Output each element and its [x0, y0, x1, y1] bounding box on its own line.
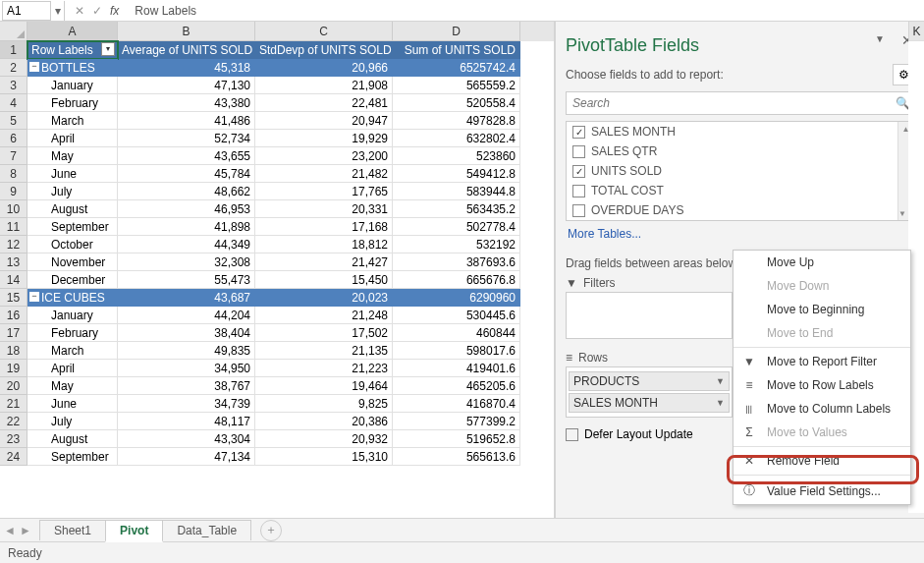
cell[interactable]: 21,908 [255, 77, 393, 94]
row-header[interactable]: 22 [0, 413, 27, 430]
chevron-down-icon[interactable]: ▼ [716, 376, 725, 386]
checkbox-icon[interactable] [572, 185, 585, 197]
cell[interactable]: 9,825 [255, 395, 393, 413]
add-sheet-button[interactable]: ＋ [260, 520, 282, 541]
panel-options-dropdown[interactable]: ▼ [875, 33, 885, 44]
cell[interactable]: 17,168 [255, 218, 393, 236]
cell[interactable]: April [27, 130, 118, 147]
collapse-icon[interactable]: − [29, 292, 39, 302]
cell[interactable]: 20,386 [255, 413, 393, 430]
tab-nav-arrows[interactable]: ◄► [4, 524, 31, 537]
rowlabels-filter-button[interactable] [101, 42, 115, 56]
chevron-down-icon[interactable]: ▼ [716, 398, 725, 408]
cell[interactable]: 21,248 [255, 307, 393, 324]
cell[interactable]: February [27, 94, 118, 112]
cell[interactable]: 23,200 [255, 147, 393, 165]
cell[interactable]: September [27, 218, 118, 236]
context-menu-item[interactable]: ✕Remove Field [734, 449, 910, 473]
cell[interactable]: 49,835 [118, 342, 255, 360]
pivot-header-sum[interactable]: Sum of UNITS SOLD [393, 41, 520, 59]
cell[interactable]: September [27, 448, 118, 466]
context-menu-item[interactable]: ▼Move to Report Filter [734, 350, 910, 373]
value-field-context-menu[interactable]: Move UpMove DownMove to BeginningMove to… [733, 250, 911, 505]
cell[interactable]: 34,950 [118, 360, 255, 377]
cell[interactable]: 497828.8 [393, 112, 520, 130]
col-header-D[interactable]: D [393, 22, 520, 41]
col-header-K[interactable]: K [908, 22, 924, 41]
checkbox-icon[interactable]: ✓ [572, 126, 585, 139]
cell[interactable]: 387693.6 [393, 253, 520, 271]
more-tables-link[interactable]: More Tables... [566, 221, 914, 247]
row-header[interactable]: 10 [0, 200, 27, 218]
defer-layout-checkbox[interactable]: Defer Layout Update [566, 427, 693, 441]
row-header[interactable]: 24 [0, 448, 27, 466]
row-header[interactable]: 16 [0, 307, 27, 324]
context-menu-item[interactable]: Move to Beginning [734, 298, 910, 321]
fx-icon[interactable]: fx [110, 4, 119, 18]
cell[interactable]: 18,812 [255, 236, 393, 253]
collapse-icon[interactable]: − [29, 62, 39, 72]
row-header[interactable]: 3 [0, 77, 27, 94]
sheet-tab-sheet1[interactable]: Sheet1 [39, 520, 106, 540]
cell[interactable]: 41,486 [118, 112, 255, 130]
cell[interactable]: 21,427 [255, 253, 393, 271]
checkbox-icon[interactable] [572, 145, 585, 158]
field-item[interactable]: SALES QTR [567, 141, 913, 161]
cell[interactable]: 47,130 [118, 77, 255, 94]
cell[interactable]: 20,023 [255, 289, 393, 307]
cell[interactable]: 460844 [393, 324, 520, 342]
cell[interactable]: 38,404 [118, 324, 255, 342]
cell[interactable]: 21,135 [255, 342, 393, 360]
row-header[interactable]: 7 [0, 147, 27, 165]
checkbox-icon[interactable] [572, 204, 585, 217]
row-header[interactable]: 19 [0, 360, 27, 377]
field-item[interactable]: ✓SALES MONTH [567, 122, 913, 141]
row-header[interactable]: 11 [0, 218, 27, 236]
cell[interactable]: 419401.6 [393, 360, 520, 377]
col-header-B[interactable]: B [118, 22, 255, 41]
cell[interactable]: June [27, 165, 118, 183]
cell[interactable]: 20,966 [255, 59, 393, 77]
cell[interactable]: 47,134 [118, 448, 255, 466]
field-item[interactable]: OVERDUE DAYS [567, 200, 913, 220]
cell[interactable]: 41,898 [118, 218, 255, 236]
group-row-label[interactable]: BOTTLES− [27, 59, 118, 77]
cell[interactable]: 15,310 [255, 448, 393, 466]
context-menu-item[interactable]: ⓘValue Field Settings... [734, 478, 910, 504]
cell[interactable]: 22,481 [255, 94, 393, 112]
pivot-header-rowlabels[interactable]: Row Labels [27, 41, 118, 59]
cell[interactable]: August [27, 200, 118, 218]
context-menu-item[interactable]: Move Up [734, 251, 910, 274]
filters-dropzone[interactable] [566, 292, 733, 339]
cell[interactable]: 549412.8 [393, 165, 520, 183]
cell[interactable]: 530445.6 [393, 307, 520, 324]
cell[interactable]: 43,655 [118, 147, 255, 165]
cell[interactable]: January [27, 307, 118, 324]
rows-pill-salesmonth[interactable]: SALES MONTH▼ [569, 393, 730, 413]
cell[interactable]: 6525742.4 [393, 59, 520, 77]
cell[interactable]: 20,331 [255, 200, 393, 218]
sheet-tab-pivot[interactable]: Pivot [105, 520, 163, 542]
row-header[interactable]: 9 [0, 183, 27, 200]
cell[interactable]: 43,304 [118, 430, 255, 448]
cell[interactable]: 52,734 [118, 130, 255, 147]
name-box-dropdown[interactable]: ▾ [51, 1, 65, 21]
field-item[interactable]: ✓UNITS SOLD [567, 161, 913, 181]
row-header[interactable]: 5 [0, 112, 27, 130]
cell[interactable]: 523860 [393, 147, 520, 165]
cell[interactable]: April [27, 360, 118, 377]
cell[interactable]: November [27, 253, 118, 271]
cell[interactable]: 416870.4 [393, 395, 520, 413]
row-header[interactable]: 23 [0, 430, 27, 448]
row-header[interactable]: 4 [0, 94, 27, 112]
cell[interactable]: 45,784 [118, 165, 255, 183]
sheet-tab-datatable[interactable]: Data_Table [162, 520, 251, 540]
pivot-header-stddev[interactable]: StdDevp of UNITS SOLD [255, 41, 393, 59]
row-header[interactable]: 18 [0, 342, 27, 360]
cell[interactable]: February [27, 324, 118, 342]
spreadsheet-grid[interactable]: A B C D 1Row LabelsAverage of UNITS SOLD… [0, 22, 555, 518]
cell[interactable]: 577399.2 [393, 413, 520, 430]
cell[interactable]: July [27, 413, 118, 430]
cell[interactable]: March [27, 342, 118, 360]
cell[interactable]: 17,502 [255, 324, 393, 342]
